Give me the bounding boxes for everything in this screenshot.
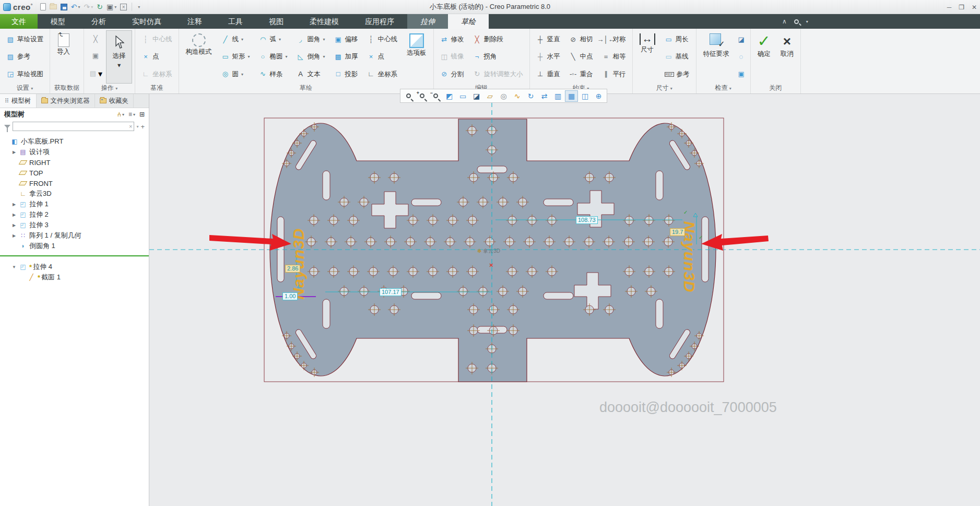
orientation-button[interactable]: ⇄ bbox=[538, 90, 551, 102]
tree-item[interactable]: ▶▤设计项 bbox=[0, 147, 149, 157]
line-button[interactable]: ╱线▾ bbox=[219, 34, 253, 45]
vertical-button[interactable]: ┼竖直 bbox=[534, 34, 563, 45]
tree-item[interactable]: ▼◰*拉伸 4 bbox=[0, 262, 149, 272]
sketch-view-button[interactable]: ◲草绘视图 bbox=[4, 69, 46, 80]
equal-button[interactable]: =相等 bbox=[599, 51, 629, 62]
horizontal-button[interactable]: ┼水平 bbox=[534, 51, 563, 62]
collapse-ribbon-icon[interactable]: ∧ bbox=[782, 18, 787, 25]
zoom-in-button[interactable]: + bbox=[416, 90, 429, 102]
display-style-button[interactable]: ◪ bbox=[470, 90, 483, 102]
sketch-setup-button[interactable]: ▧草绘设置 bbox=[4, 34, 46, 45]
modify-button[interactable]: ⇄修改 bbox=[438, 34, 467, 45]
close-icon[interactable]: ✕ bbox=[972, 4, 977, 11]
import-button[interactable]: 导入 bbox=[53, 30, 74, 84]
tree-item[interactable]: TOP bbox=[0, 168, 149, 178]
text-button[interactable]: A文本 bbox=[294, 69, 328, 80]
palette-button[interactable]: 选项板 bbox=[403, 30, 431, 84]
feature-requirements-button[interactable]: ✓特征要求 bbox=[699, 30, 734, 84]
tree-item[interactable]: ◧小车底板.PRT bbox=[0, 136, 149, 147]
3d-grid-button[interactable]: ◫ bbox=[578, 90, 592, 102]
tab-extrude[interactable]: 拉伸 bbox=[407, 14, 448, 29]
zoom-out-button[interactable]: − bbox=[429, 90, 442, 102]
tree-item[interactable]: ╱*截面 1 bbox=[0, 272, 149, 283]
offset-button[interactable]: ▣偏移 bbox=[332, 34, 361, 45]
circle-button[interactable]: ◎圆▾ bbox=[219, 69, 253, 80]
perpendicular-button[interactable]: ⊥垂直 bbox=[534, 69, 563, 80]
expand-arrow-icon[interactable]: ▶ bbox=[11, 202, 17, 207]
panel-tab-favorites[interactable]: *收藏夹 bbox=[95, 94, 134, 108]
datum-display-button[interactable]: ▱ bbox=[483, 90, 497, 102]
construction-button[interactable]: 构造模式 bbox=[182, 30, 216, 84]
tab-tools[interactable]: 工具 bbox=[215, 14, 256, 29]
ellipse-button[interactable]: ○椭圆▾ bbox=[256, 51, 290, 62]
expand-arrow-icon[interactable]: ▶ bbox=[11, 150, 17, 155]
select-button[interactable]: 选择▾ bbox=[106, 30, 132, 84]
perimeter-button[interactable]: ▭周长 bbox=[662, 34, 692, 45]
panel-tab-model-tree[interactable]: ⠿模型树 bbox=[0, 94, 37, 108]
centerline-button[interactable]: ┆中心线 bbox=[364, 34, 400, 45]
clear-filter-icon[interactable]: × bbox=[129, 123, 132, 130]
more-options-icon[interactable]: ▾ bbox=[806, 19, 808, 24]
ribbon-group-label-settings[interactable]: 设置 ▾ bbox=[0, 84, 50, 93]
refit-button[interactable]: ◩ bbox=[443, 90, 456, 102]
ribbon-group-label-inspect[interactable]: 检查 ▾ bbox=[696, 84, 750, 93]
references-button[interactable]: ▨参考 bbox=[4, 51, 46, 62]
midpoint-button[interactable]: ╲中点 bbox=[566, 51, 596, 62]
tree-filter-input[interactable] bbox=[15, 123, 129, 130]
tree-item[interactable]: ▶∷阵列 1 / 复制几何 bbox=[0, 230, 149, 241]
copy-button[interactable]: ▣ bbox=[90, 51, 101, 61]
symmetric-button[interactable]: →│←对称 bbox=[599, 34, 629, 45]
annotation-display-button[interactable]: ◎ bbox=[497, 90, 510, 102]
sketch-canvas[interactable]: ✓✓× bbox=[149, 94, 980, 506]
tab-view[interactable]: 视图 bbox=[256, 14, 297, 29]
cancel-button[interactable]: ×取消 bbox=[776, 30, 798, 84]
expand-arrow-icon[interactable]: ▶ bbox=[11, 233, 17, 238]
filter-dropdown-icon[interactable]: ▾ bbox=[136, 124, 138, 129]
tree-item[interactable]: ▶◰拉伸 1 bbox=[0, 199, 149, 209]
fillet-button[interactable]: ◞圆角▾ bbox=[294, 34, 328, 45]
ok-button[interactable]: ✓确定 bbox=[753, 30, 775, 84]
arc-button[interactable]: ◠弧▾ bbox=[256, 34, 290, 45]
tab-flexible-modeling[interactable]: 柔性建模 bbox=[297, 14, 352, 29]
repaint-button[interactable]: ▭ bbox=[456, 90, 469, 102]
dimension-label[interactable]: 108.73 bbox=[576, 216, 598, 224]
dimension-button[interactable]: ↔尺寸 bbox=[635, 30, 659, 84]
tree-item[interactable]: ▶◰拉伸 3 bbox=[0, 220, 149, 230]
corner-button[interactable]: ¬拐角 bbox=[470, 51, 526, 62]
new-file-button[interactable] bbox=[40, 3, 46, 10]
zoom-window-button[interactable] bbox=[402, 90, 415, 102]
tab-annotate[interactable]: 注释 bbox=[174, 14, 215, 29]
reference-dim-button[interactable]: REF参考 bbox=[662, 69, 692, 80]
ribbon-group-label-dimension[interactable]: 尺寸 ▾ bbox=[633, 84, 696, 93]
tree-settings-icon[interactable]: ⊞ bbox=[139, 111, 145, 118]
close-window-button[interactable]: × bbox=[120, 4, 127, 10]
tree-tools-icon[interactable]: ⑃ bbox=[117, 111, 121, 118]
minimize-icon[interactable]: ─ bbox=[947, 4, 952, 11]
tree-item[interactable]: RIGHT bbox=[0, 157, 149, 168]
tab-sketch[interactable]: 草绘 bbox=[448, 14, 489, 29]
project-button[interactable]: □投影 bbox=[332, 69, 361, 80]
sketch-orientation-button[interactable]: ▦ bbox=[565, 90, 578, 102]
point-button[interactable]: ×点 bbox=[139, 51, 175, 62]
save-button[interactable] bbox=[61, 4, 67, 10]
thicken-button[interactable]: ▩加厚 bbox=[332, 51, 361, 62]
shade-closed-loops-button[interactable]: ◪ bbox=[736, 34, 747, 45]
undo-button[interactable]: ↶▾ bbox=[71, 3, 80, 10]
sketcher-settings-button[interactable]: ⊕ bbox=[592, 90, 605, 102]
dimension-label[interactable]: 19.7 bbox=[670, 228, 685, 236]
open-button[interactable] bbox=[50, 4, 57, 9]
csys-button[interactable]: ∟坐标系 bbox=[364, 69, 400, 80]
coincident-button[interactable]: -◦-重合 bbox=[566, 69, 596, 80]
tab-analysis[interactable]: 分析 bbox=[78, 14, 119, 29]
rectangle-button[interactable]: ▭矩形▾ bbox=[219, 51, 253, 62]
tangent-button[interactable]: ⊘相切 bbox=[566, 34, 596, 45]
model-windows-button[interactable]: ▣▾ bbox=[107, 3, 116, 10]
regenerate-button[interactable]: ↻ bbox=[97, 3, 103, 10]
tab-live-simulation[interactable]: 实时仿真 bbox=[119, 14, 174, 29]
tree-item[interactable]: FRONT bbox=[0, 178, 149, 189]
tree-item[interactable]: ∟拿云3D bbox=[0, 189, 149, 199]
dimension-label[interactable]: 107.17 bbox=[380, 288, 402, 296]
baseline-button[interactable]: ▭基线 bbox=[662, 51, 692, 62]
tab-applications[interactable]: 应用程序 bbox=[352, 14, 407, 29]
panel-tab-folder-browser[interactable]: 文件夹浏览器 bbox=[37, 94, 95, 108]
